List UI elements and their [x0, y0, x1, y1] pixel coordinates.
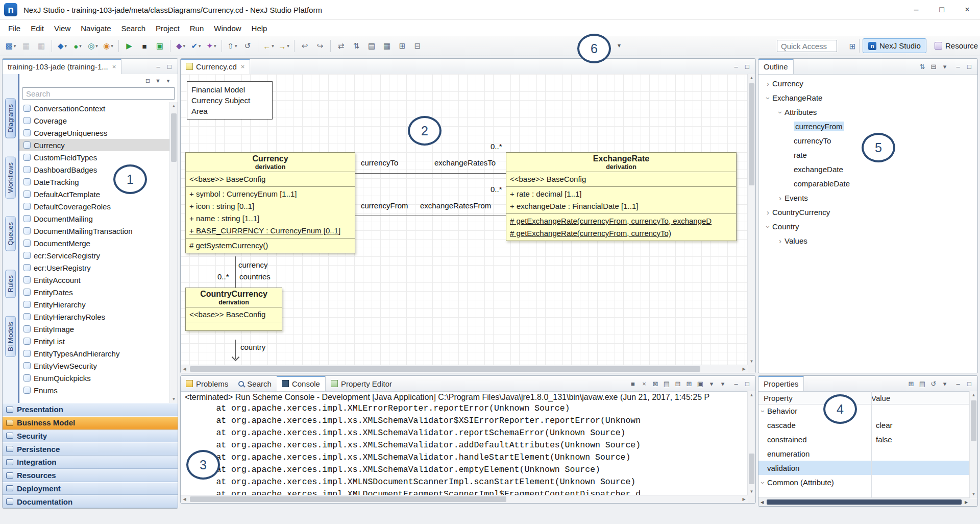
menu-window[interactable]: Window — [209, 21, 246, 35]
toolbar-overflow-chevron-icon[interactable]: ▾ — [618, 42, 621, 49]
collapse-all-icon[interactable]: ⊟ — [928, 61, 939, 72]
separator[interactable] — [222, 40, 222, 52]
remove-all-terminated-icon[interactable]: ⊠ — [650, 378, 660, 389]
filter-icon[interactable]: ▼ — [154, 77, 162, 85]
tree-expand-chevron-icon[interactable]: › — [776, 108, 785, 116]
outline-view-tab[interactable]: Outline — [758, 59, 794, 74]
sort-icon[interactable]: ⇅ — [349, 39, 363, 53]
upgrade-icon[interactable]: ⇧ — [225, 39, 239, 53]
terminate-icon[interactable]: ■ — [137, 39, 152, 53]
tab-problems[interactable]: Problems — [181, 376, 233, 391]
menu-search[interactable]: Search — [116, 21, 151, 35]
new-metadata-element-icon[interactable]: ◆ — [55, 39, 69, 53]
model-list-item[interactable]: EntityViewSecurity — [19, 360, 178, 372]
scrollbar-thumb[interactable] — [749, 83, 754, 185]
generate-icon[interactable]: ✦ — [204, 39, 218, 53]
console-output[interactable]: at org.apache.xerces.impl.XMLErrorReport… — [181, 402, 748, 495]
uml-attribute[interactable]: + BASE_CURRENCY : CurrencyEnum [0..1] — [186, 225, 355, 237]
model-list-item[interactable]: CoverageUniqueness — [19, 127, 178, 139]
vtab-queues[interactable]: Queues — [5, 217, 16, 251]
model-list-item[interactable]: DocumentMailing — [19, 212, 178, 225]
diagram-canvas[interactable]: Financial Model Currency Subject Area cu… — [181, 74, 755, 373]
vtab-rules[interactable]: Rules — [5, 270, 16, 298]
pin-console-icon[interactable]: ▣ — [695, 378, 705, 389]
tree-expand-chevron-icon[interactable]: › — [776, 194, 785, 202]
window-minimize-button[interactable]: – — [903, 0, 929, 19]
property-row-cascade[interactable]: cascade clear — [758, 418, 970, 432]
property-row-constrained[interactable]: constrained false — [758, 432, 970, 446]
uml-class-exchange-rate[interactable]: ExchangeRate derivation <<base>> BaseCon… — [506, 152, 737, 241]
display-selected-console-icon[interactable]: ▾ — [706, 378, 717, 389]
property-category-behavior[interactable]: › Behavior — [758, 403, 970, 418]
property-category-common-attribute[interactable]: › Common (Attribute) — [758, 475, 970, 489]
back-icon[interactable]: ← — [261, 39, 276, 53]
menu-file[interactable]: File — [3, 21, 26, 35]
vtab-bi-models[interactable]: BI Models — [5, 316, 16, 357]
scrollbar-thumb[interactable] — [171, 113, 177, 162]
scrollbar-thumb[interactable] — [190, 496, 506, 502]
model-list-item[interactable]: DefaultCoverageRoles — [19, 200, 178, 212]
model-list-item[interactable]: EntityHierarchy — [19, 298, 178, 311]
window-close-button[interactable]: × — [954, 0, 980, 19]
open-perspective-icon[interactable]: ⊞ — [847, 41, 858, 52]
restore-defaults-icon[interactable]: ↺ — [928, 378, 939, 389]
section-business-model[interactable]: Business Model — [3, 416, 178, 430]
explorer-view-tab[interactable]: training-103-jade (training-1... × — [3, 59, 121, 74]
outline-node-currencyfrom[interactable]: currencyFrom — [758, 119, 977, 133]
uml-operation[interactable]: # getSystemCurrency() — [186, 240, 355, 252]
tab-search[interactable]: Search — [233, 376, 277, 391]
model-list-item[interactable]: Coverage — [19, 114, 178, 127]
run-icon[interactable]: ▶ — [122, 39, 136, 53]
section-documentation[interactable]: Documentation — [3, 495, 178, 508]
separator[interactable] — [118, 40, 119, 52]
properties-view-tab[interactable]: Properties — [758, 376, 804, 391]
uml-class-country-currency[interactable]: CountryCurrency derivation <<base>> Base… — [185, 288, 282, 331]
model-report-icon[interactable]: ◆ — [174, 39, 188, 53]
maximize-view-icon[interactable]: □ — [164, 61, 175, 72]
clear-console-icon[interactable]: ▤ — [662, 378, 672, 389]
properties-horizontal-scrollbar[interactable]: ◀ ▶ — [758, 497, 970, 506]
save-all-icon[interactable]: ▦ — [34, 39, 48, 53]
model-list-item[interactable]: ecr:UserRegistry — [19, 261, 178, 274]
menu-project[interactable]: Project — [151, 21, 185, 35]
property-row-validation[interactable]: validation — [758, 461, 970, 475]
separator[interactable] — [294, 40, 295, 52]
association-exchange-rates-to[interactable] — [354, 173, 506, 174]
menu-edit[interactable]: Edit — [26, 21, 49, 35]
tab-console[interactable]: Console — [277, 376, 326, 391]
tab-property-editor[interactable]: Property Editor — [326, 376, 397, 391]
minimize-view-icon[interactable]: – — [153, 61, 163, 72]
refresh-icon[interactable]: ↺ — [240, 39, 255, 53]
uml-operation[interactable]: # getExchangeRate(currencyFrom, currency… — [506, 227, 736, 240]
menu-help[interactable]: Help — [247, 21, 273, 35]
section-persistence[interactable]: Persistence — [3, 442, 178, 456]
model-list-item[interactable]: EntityTypesAndHierarchy — [19, 347, 178, 360]
console-icon[interactable]: ▣ — [153, 39, 167, 53]
terminate-icon[interactable]: ■ — [628, 378, 638, 389]
compare-icon[interactable]: ⇄ — [334, 39, 348, 53]
model-list-item[interactable]: DefaultActTemplate — [19, 188, 178, 200]
uml-attribute[interactable]: + rate : decimal [1..1] — [506, 188, 736, 200]
model-list-item[interactable]: DocumentMailingTransaction — [19, 225, 178, 237]
association-exchange-rates-from[interactable] — [354, 216, 506, 216]
database-tools-icon[interactable]: ◎ — [86, 39, 100, 53]
view-menu-icon[interactable]: ▾ — [940, 378, 950, 389]
model-list-item[interactable]: EntityAccount — [19, 274, 178, 286]
open-console-menu-icon[interactable]: ▾ — [718, 378, 728, 389]
console-vertical-scrollbar[interactable]: ▲ ▼ — [747, 391, 755, 495]
console-horizontal-scrollbar[interactable]: ◀ ▶ — [181, 495, 748, 503]
tree-expand-chevron-icon[interactable]: › — [764, 222, 773, 231]
uml-operation[interactable]: # getExchangeRate(currencyFrom, currency… — [506, 215, 736, 227]
menu-navigate[interactable]: Navigate — [76, 21, 116, 35]
close-view-icon[interactable]: × — [112, 63, 116, 70]
uml-attribute[interactable]: + symbol : CurrencyEnum [1..1] — [186, 188, 355, 200]
search-input[interactable] — [22, 87, 175, 100]
tree-expand-chevron-icon[interactable]: › — [764, 79, 772, 88]
table-view-icon[interactable]: ▤ — [364, 39, 379, 53]
redo-icon[interactable]: ↪ — [313, 39, 327, 53]
tree-expand-chevron-icon[interactable]: › — [776, 236, 785, 245]
model-list-item[interactable]: DateTracking — [19, 176, 178, 188]
model-list-item[interactable]: CustomFieldTypes — [19, 151, 178, 163]
new-wizard-icon[interactable]: ▩ — [4, 39, 18, 53]
maximize-view-icon[interactable]: □ — [964, 378, 974, 389]
